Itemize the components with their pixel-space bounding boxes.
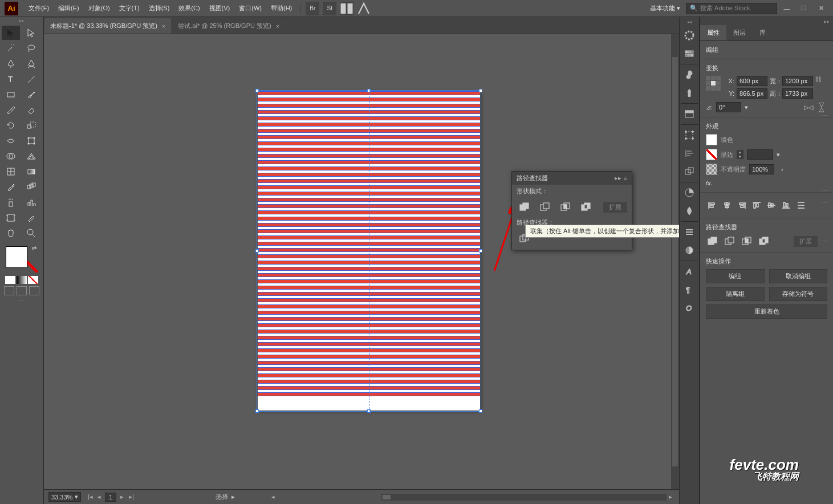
menu-view[interactable]: 视图(V) <box>205 4 235 13</box>
pf-expand-button[interactable]: 扩展 <box>794 236 818 247</box>
stock-icon[interactable]: St <box>323 2 336 15</box>
ungroup-button[interactable]: 取消编组 <box>769 269 828 283</box>
lasso-tool[interactable] <box>22 41 40 55</box>
transform-panel-icon[interactable] <box>681 127 697 143</box>
artboard-number-field[interactable]: 1 <box>105 493 116 502</box>
angle-field[interactable] <box>716 102 741 112</box>
pathfinder-intersect[interactable] <box>558 200 574 214</box>
pathfinder-minus-front[interactable] <box>537 200 553 214</box>
pathfinder-unite[interactable] <box>517 200 533 214</box>
artboard-tool[interactable] <box>2 210 20 225</box>
workspace-switcher[interactable]: 基本功能 ▾ <box>644 4 686 13</box>
color-themes-panel-icon[interactable] <box>681 185 697 201</box>
shape-builder-tool[interactable] <box>2 149 20 163</box>
prev-artboard-icon[interactable]: ◂ <box>95 493 103 501</box>
flip-vertical-icon[interactable]: ▷◁ <box>818 102 827 112</box>
hand-tool[interactable] <box>2 226 20 240</box>
zoom-select[interactable]: 33.33%▾ <box>48 492 81 502</box>
mesh-tool[interactable] <box>2 164 20 178</box>
y-field[interactable] <box>737 88 767 99</box>
symbols-panel-icon[interactable] <box>681 67 697 83</box>
brushes-panel-icon[interactable] <box>681 85 697 101</box>
draw-behind[interactable] <box>17 286 27 295</box>
search-stock-input[interactable]: 🔍 搜索 Adobe Stock <box>686 3 777 14</box>
tab-libraries[interactable]: 库 <box>753 25 773 40</box>
align-hcenter-icon[interactable] <box>721 200 733 211</box>
tab-layers[interactable]: 图层 <box>726 25 753 40</box>
align-panel-icon[interactable] <box>681 145 697 161</box>
column-graph-tool[interactable] <box>22 195 40 209</box>
draw-normal[interactable] <box>4 286 14 295</box>
draw-inside[interactable] <box>29 286 39 295</box>
eyedropper-tool[interactable] <box>2 180 20 194</box>
align-vcenter-icon[interactable] <box>765 200 778 211</box>
panel-menu-icon[interactable]: ≡ <box>624 174 627 182</box>
tab-properties[interactable]: 属性 <box>700 25 726 40</box>
w-field[interactable] <box>782 76 813 86</box>
last-artboard-icon[interactable]: ▸| <box>127 493 135 501</box>
align-top-icon[interactable] <box>750 200 763 211</box>
character-panel-icon[interactable]: A <box>681 263 697 279</box>
gpu-icon[interactable] <box>357 2 371 15</box>
symbol-sprayer-tool[interactable] <box>2 195 20 209</box>
section-more-icon[interactable]: ⋯ <box>821 238 827 245</box>
next-artboard-icon[interactable]: ▸ <box>118 493 126 501</box>
link-wh-icon[interactable]: ⛓ <box>815 76 822 99</box>
scrollbar-horizontal[interactable] <box>381 494 667 501</box>
stroke-color-swatch[interactable] <box>706 149 717 160</box>
stroke-panel-icon[interactable] <box>681 224 697 240</box>
panel-collapse-handle[interactable]: ▸▸ <box>700 17 833 25</box>
slice-tool[interactable] <box>22 210 40 225</box>
stroke-weight-select[interactable] <box>747 149 773 160</box>
pathfinder-exclude[interactable] <box>578 200 594 214</box>
menu-effect[interactable]: 效果(C) <box>174 4 204 13</box>
swatches-panel-icon[interactable] <box>681 106 697 122</box>
reference-point-selector[interactable] <box>706 76 721 91</box>
fill-swatch[interactable] <box>6 246 27 268</box>
gradient-tool[interactable] <box>22 164 40 178</box>
menu-select[interactable]: 选择(S) <box>144 4 174 13</box>
section-more-icon[interactable]: ⋯ <box>821 188 827 195</box>
magic-wand-tool[interactable] <box>2 41 20 55</box>
panel-collapse-icon[interactable]: ▸▸ <box>615 174 621 182</box>
menu-object[interactable]: 对象(O) <box>84 4 115 13</box>
swap-fill-stroke-icon[interactable]: ⇄ <box>32 245 36 251</box>
group-button[interactable]: 编组 <box>706 269 765 283</box>
window-minimize-icon[interactable]: — <box>779 3 794 14</box>
blend-tool[interactable] <box>22 180 40 194</box>
align-bottom-icon[interactable] <box>780 200 793 211</box>
scroll-right-icon[interactable]: ▸ <box>667 493 674 501</box>
pf-unite[interactable] <box>706 235 720 247</box>
align-left-icon[interactable] <box>706 200 718 211</box>
fill-color-swatch[interactable] <box>706 134 717 145</box>
angle-dropdown-icon[interactable]: ▾ <box>745 104 748 111</box>
pen-tool[interactable] <box>2 56 20 71</box>
x-field[interactable] <box>737 76 767 86</box>
scroll-left-icon[interactable]: ◂ <box>269 493 277 501</box>
menu-type[interactable]: 文字(T) <box>115 4 144 13</box>
distribute-vertical-icon[interactable] <box>795 200 807 211</box>
close-tab-icon[interactable]: × <box>276 23 279 30</box>
curvature-tool[interactable] <box>22 56 40 71</box>
recolor-button[interactable]: 重新着色 <box>706 304 827 319</box>
pathfinder-expand-button[interactable]: 扩展 <box>603 202 627 213</box>
canvas-scrollbar-vertical[interactable] <box>671 34 679 489</box>
eraser-tool[interactable] <box>22 103 40 117</box>
pf-minus-front[interactable] <box>723 235 737 247</box>
menu-file[interactable]: 文件(F) <box>24 4 54 13</box>
rectangle-tool[interactable] <box>2 87 20 101</box>
selection-tool[interactable] <box>2 26 20 40</box>
zoom-tool[interactable] <box>22 226 40 240</box>
transparency-panel-icon[interactable] <box>681 242 697 258</box>
scale-tool[interactable] <box>22 118 40 132</box>
color-mode-solid[interactable] <box>5 276 15 284</box>
pf-exclude[interactable] <box>757 235 771 247</box>
fill-stroke-control[interactable]: ⇄ <box>5 245 39 274</box>
perspective-grid-tool[interactable] <box>22 149 40 163</box>
rotate-tool[interactable] <box>2 118 20 132</box>
paragraph-panel-icon[interactable]: ¶ <box>681 282 697 298</box>
type-tool[interactable]: T <box>2 72 20 86</box>
document-tab[interactable]: 尝试.ai* @ 25% (RGB/GPU 预览)× <box>172 18 285 34</box>
bridge-icon[interactable]: Br <box>306 2 319 15</box>
window-close-icon[interactable]: ✕ <box>814 3 828 14</box>
